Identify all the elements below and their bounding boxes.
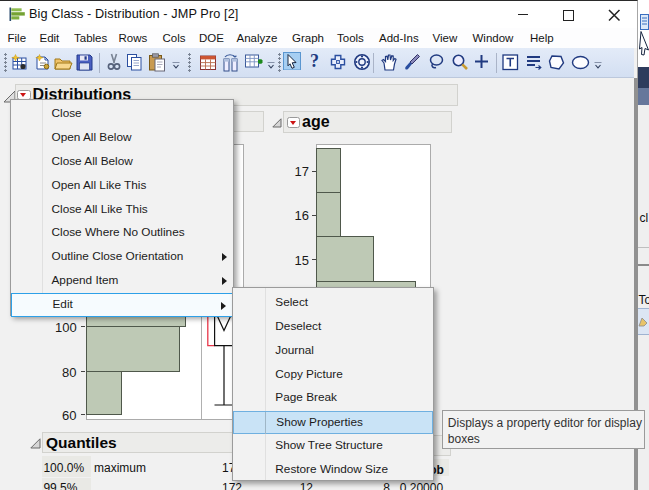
svg-text:?: ? bbox=[310, 51, 319, 71]
